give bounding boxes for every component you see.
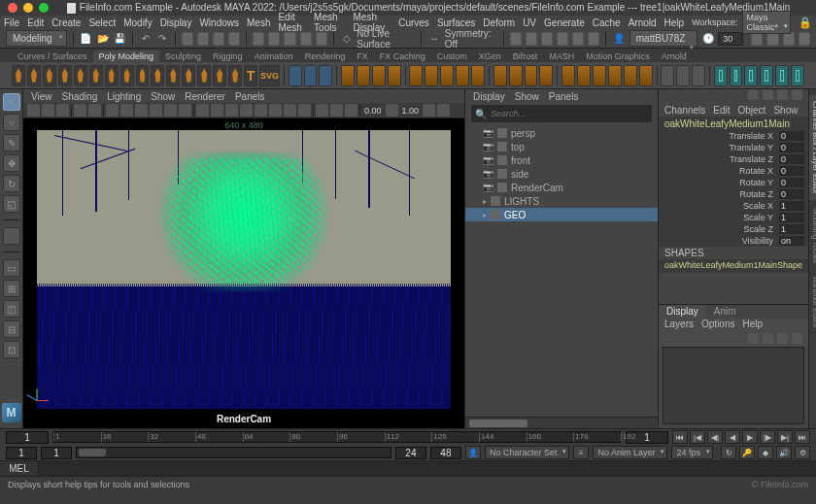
menu-help[interactable]: Help xyxy=(664,17,685,28)
poly-platonic-icon[interactable] xyxy=(120,65,134,86)
ch-menu-channels[interactable]: Channels xyxy=(664,105,705,116)
ch-menu-edit[interactable]: Edit xyxy=(713,105,730,116)
panel-toggle-4[interactable] xyxy=(799,32,810,46)
layer-up-icon[interactable] xyxy=(777,333,788,344)
menu-select[interactable]: Select xyxy=(88,17,116,28)
reduce-icon[interactable] xyxy=(388,65,401,86)
poly-gear-icon[interactable] xyxy=(197,65,211,86)
range-end-input[interactable] xyxy=(430,447,461,459)
outliner-list[interactable]: persptopfrontsideRenderCamLIGHTSGEO xyxy=(465,124,658,417)
vp-wireframe-icon[interactable] xyxy=(196,104,209,117)
bevel-icon[interactable] xyxy=(440,65,454,86)
go-to-end-button[interactable]: ⏭ xyxy=(795,430,810,444)
menu-display[interactable]: Display xyxy=(160,17,192,28)
layout-custom-icon[interactable]: ⊡ xyxy=(3,341,20,358)
menu-arnold[interactable]: Arnold xyxy=(629,17,657,28)
lasso-tool[interactable]: ○ xyxy=(3,114,20,131)
step-forward-button[interactable]: |▶ xyxy=(760,430,775,444)
channel-attr-translate-y[interactable]: Translate Y0 xyxy=(659,142,808,153)
playback-end-input[interactable] xyxy=(395,447,426,459)
append-icon[interactable] xyxy=(456,65,469,86)
close-window-button[interactable] xyxy=(8,3,17,13)
vp-select-camera-icon[interactable] xyxy=(27,104,40,117)
playback-start-input[interactable] xyxy=(41,447,72,459)
step-forward-key-button[interactable]: ▶| xyxy=(777,430,793,444)
redo-icon[interactable]: ↷ xyxy=(155,31,169,47)
history-icon-4[interactable] xyxy=(557,32,568,46)
layer-menu-options[interactable]: Options xyxy=(701,319,734,331)
move-tool[interactable]: ✥ xyxy=(3,154,20,172)
play-back-button[interactable]: ◀ xyxy=(725,430,740,444)
poly-type-icon[interactable]: T xyxy=(244,65,257,86)
vp-res-gate-icon[interactable] xyxy=(135,104,148,117)
snap-icon-5[interactable] xyxy=(316,32,327,46)
outliner-item-rendercam[interactable]: RenderCam xyxy=(465,181,658,194)
menu-generate[interactable]: Generate xyxy=(544,17,585,28)
channel-attr-visibility[interactable]: Visibilityon xyxy=(659,235,808,247)
menu-windows[interactable]: Windows xyxy=(199,17,239,28)
select-tool[interactable]: ↖ xyxy=(3,93,20,111)
channel-attr-scale-x[interactable]: Scale X1 xyxy=(659,200,808,212)
vp-grease-icon[interactable] xyxy=(88,104,101,117)
channel-node-name[interactable]: oakWhiteLeafyMedium1Main xyxy=(659,117,808,130)
vtab-modeling-toolkit[interactable]: Modeling Toolkit xyxy=(809,202,816,269)
connect-icon[interactable] xyxy=(509,65,523,86)
ch-menu-show[interactable]: Show xyxy=(773,105,798,116)
mel-input[interactable] xyxy=(39,461,816,476)
poly-cone-icon[interactable] xyxy=(58,65,72,86)
range-slider[interactable] xyxy=(76,447,391,458)
channel-attr-scale-y[interactable]: Scale Y1 xyxy=(659,212,808,223)
anim-layer-icon[interactable]: ≡ xyxy=(573,446,589,459)
shelf-tab-rig[interactable]: Rigging xyxy=(207,50,249,62)
edit-edge-icon[interactable] xyxy=(676,65,690,86)
set-key-button[interactable]: ◆ xyxy=(758,446,773,459)
menu-curves[interactable]: Curves xyxy=(398,17,429,28)
vp-exposure-icon[interactable] xyxy=(386,104,398,117)
layer-tab-display[interactable]: Display xyxy=(659,305,706,319)
combine-icon[interactable] xyxy=(319,65,332,86)
smooth-icon[interactable] xyxy=(357,65,370,86)
edge-flow-icon[interactable] xyxy=(692,65,705,86)
shelf-tab-poly[interactable]: Poly Modeling xyxy=(93,50,160,62)
shelf-tab-xgen[interactable]: XGen xyxy=(473,50,507,62)
ch-icon-3[interactable] xyxy=(777,89,788,100)
poly-prism-icon[interactable] xyxy=(151,65,164,86)
vp-isolate-icon[interactable] xyxy=(316,104,328,117)
vp-image-plane-icon[interactable] xyxy=(56,104,69,117)
viewport[interactable]: 640 x 480 RenderCam xyxy=(23,118,464,428)
ch-menu-object[interactable]: Object xyxy=(738,105,766,116)
channel-attr-rotate-y[interactable]: Rotate Y0 xyxy=(659,177,808,188)
save-scene-icon[interactable]: 💾 xyxy=(114,31,127,47)
outliner-menu-display[interactable]: Display xyxy=(473,91,505,102)
mode-dropdown[interactable]: Modeling xyxy=(6,30,67,47)
snap-icon-1[interactable] xyxy=(253,32,264,46)
bool-diff-icon[interactable] xyxy=(730,65,743,86)
crease-icon[interactable] xyxy=(624,65,637,86)
paint-select-tool[interactable]: ✎ xyxy=(3,134,20,151)
layer-menu-layers[interactable]: Layers xyxy=(664,319,694,331)
vp-view-transform-icon[interactable] xyxy=(437,104,450,117)
shelf-tab-custom[interactable]: Custom xyxy=(431,50,473,62)
vp-menu-view[interactable]: View xyxy=(31,91,52,102)
poly-cylinder-icon[interactable] xyxy=(43,65,56,86)
select-mode-icon-4[interactable] xyxy=(228,32,240,46)
shelf-tab-fxcache[interactable]: FX Caching xyxy=(374,50,431,62)
symmetry-icon[interactable]: ↔ xyxy=(427,31,441,47)
vp-xray-icon[interactable] xyxy=(330,104,343,117)
slide-edge-icon[interactable] xyxy=(661,65,674,86)
create-poly-icon[interactable] xyxy=(304,65,318,86)
vp-menu-panels[interactable]: Panels xyxy=(235,91,265,102)
vp-smooth-shade-icon[interactable] xyxy=(211,104,223,117)
separate-icon[interactable] xyxy=(760,65,773,86)
poly-sphere-icon[interactable] xyxy=(12,65,25,86)
outliner-item-front[interactable]: front xyxy=(465,153,658,167)
layer-new-selected-icon[interactable] xyxy=(763,333,773,344)
channel-attr-rotate-z[interactable]: Rotate Z0 xyxy=(659,188,808,200)
menu-create[interactable]: Create xyxy=(51,17,81,28)
insert-edge-icon[interactable] xyxy=(593,65,606,86)
prefs-button[interactable]: ⚙ xyxy=(795,446,810,459)
vp-menu-renderer[interactable]: Renderer xyxy=(185,91,225,102)
snap-icon-3[interactable] xyxy=(284,32,295,46)
outliner-item-lights[interactable]: LIGHTS xyxy=(465,194,658,208)
go-to-start-button[interactable]: ⏮ xyxy=(672,430,688,444)
